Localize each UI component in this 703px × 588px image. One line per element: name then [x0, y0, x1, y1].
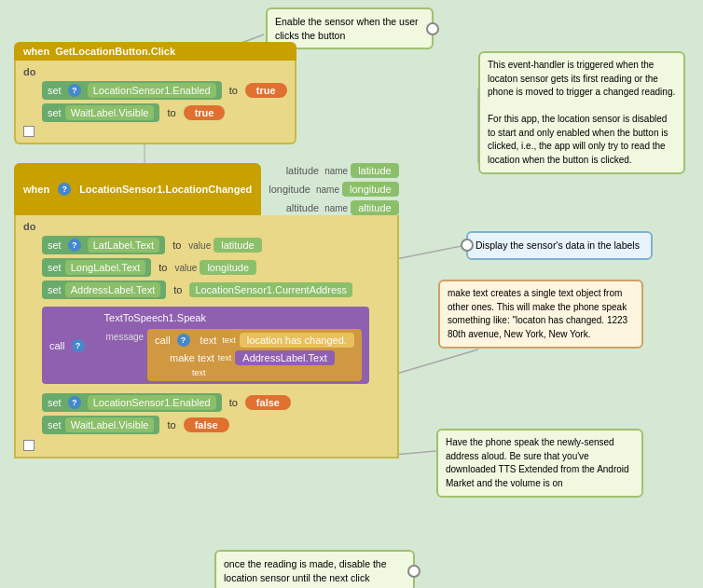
block2-param1: latitude name latitude	[269, 163, 398, 178]
block2-set4-value: false	[245, 395, 291, 410]
block1-event: GetLocationButton.Click	[55, 46, 175, 57]
block2-set4: set ? LocationSensor1.Enabled to false	[42, 393, 390, 412]
block2-param2: longitude name longitude	[269, 182, 398, 197]
block2-tts: TextToSpeech1.Speak	[97, 309, 362, 326]
block2-do-section: do set ? LatLabel.Text to value latitude…	[14, 215, 399, 458]
block1-set2-target: WaitLabel.Visible	[65, 105, 155, 120]
block2-set3-value: LocationSensor1.CurrentAddress	[189, 282, 352, 297]
block2-alt-label: altitude	[286, 202, 319, 213]
block1-set2-block: set WaitLabel.Visible	[42, 103, 159, 122]
tooltip-display-data: Display the sensor's data in the labels	[466, 231, 653, 260]
block2-lat-name: latitude	[351, 163, 398, 178]
block1-set2-row: set WaitLabel.Visible to true	[42, 103, 287, 122]
tooltip-event-handler: This event-handler is triggered when the…	[478, 51, 685, 174]
block2-set3: set AddressLabel.Text to LocationSensor1…	[42, 280, 390, 299]
block2-event: LocationSensor1.LocationChanged	[79, 184, 252, 195]
block2-call-outer: call ? TextToSpeech1.Speak message call …	[42, 307, 369, 384]
block1-body: do set ? LocationSensor1.Enabled to true…	[14, 61, 296, 144]
block2-set5-target: WaitLabel.Visible	[65, 417, 155, 432]
block1-q1: ?	[68, 84, 81, 97]
block1-checkbox[interactable]	[23, 126, 34, 137]
block2-text-val2: AddressLabel.Text	[235, 350, 335, 365]
block1-set1-label: set	[48, 85, 62, 96]
tooltip1-text: Enable the sensor when the user clicks t…	[275, 16, 419, 41]
block2-q: ?	[58, 183, 71, 196]
block1-when-label: when	[23, 46, 49, 57]
block1-set1-value: true	[245, 83, 287, 98]
block2-set1: set ? LatLabel.Text to value latitude	[42, 236, 390, 254]
block1-set1-target: LocationSensor1.Enabled	[88, 83, 216, 98]
block1-set1-row: set ? LocationSensor1.Enabled to true	[42, 81, 287, 100]
tooltip3-text: Display the sensor's data in the labels	[476, 239, 640, 251]
block-location-changed: when ? LocationSensor1.LocationChanged l…	[14, 163, 399, 458]
block2-set1-target: LatLabel.Text	[88, 238, 159, 253]
block2-set2: set LongLabel.Text to value longitude	[42, 258, 390, 277]
tooltip-make-text: make text creates a single text object f…	[438, 280, 643, 349]
block1-set2-value: true	[184, 105, 226, 120]
block2-header: when ? LocationSensor1.LocationChanged	[14, 163, 261, 215]
block1-set1-to: to	[229, 85, 238, 96]
block1-set2-to: to	[167, 107, 175, 118]
block1-do-label: do	[23, 66, 35, 77]
tooltip-speak-address: Have the phone speak the newly-sensed ad…	[436, 429, 643, 498]
tooltip4-text: make text creates a single text object f…	[448, 288, 627, 339]
block2-lat-label: latitude	[286, 165, 319, 176]
block2-text-val1: location has changed.	[240, 333, 354, 348]
block-getlocation: when GetLocationButton.Click do set ? Lo…	[14, 42, 296, 144]
block2-lon-label: longitude	[269, 184, 310, 195]
block2-set3-target: AddressLabel.Text	[65, 282, 161, 297]
block2-set1-value: latitude	[214, 238, 261, 253]
tooltip5-text: Have the phone speak the newly-sensed ad…	[446, 437, 629, 488]
block1-set2-label: set	[48, 107, 62, 118]
block1-header: when GetLocationButton.Click	[14, 42, 296, 61]
block1-set1-block: set ? LocationSensor1.Enabled	[42, 81, 222, 100]
block2-alt-name: altitude	[351, 200, 398, 215]
tooltip6-text: once the reading is made, disable the lo…	[224, 558, 387, 583]
block2-set2-target: LongLabel.Text	[65, 260, 146, 275]
block2-lon-name: longitude	[342, 182, 399, 197]
block2-do-label: do	[23, 221, 35, 232]
block2-when-label: when	[23, 184, 49, 195]
block2-checkbox[interactable]	[23, 440, 34, 451]
tooltip-disable-sensor: once the reading is made, disable the lo…	[214, 550, 415, 588]
block2-set5: set WaitLabel.Visible to false	[42, 416, 390, 434]
tooltip2-text: This event-handler is triggered when the…	[488, 60, 675, 165]
block2-param3: altitude name altitude	[269, 200, 398, 215]
make-text-label: make text	[170, 352, 214, 363]
block2-set2-value: longitude	[200, 260, 256, 275]
main-canvas: Enable the sensor when the user clicks t…	[0, 0, 703, 588]
block2-call-row: call ? TextToSpeech1.Speak message call …	[42, 307, 390, 384]
block2-set4-target: LocationSensor1.Enabled	[88, 395, 216, 410]
block2-set5-value: false	[184, 417, 229, 432]
